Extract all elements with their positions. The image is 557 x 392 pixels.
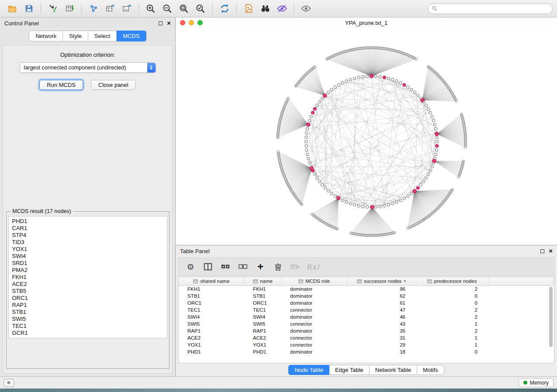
- cell-shared-name[interactable]: TEC1: [179, 306, 244, 313]
- cell-mcds-role[interactable]: dominator: [281, 285, 347, 292]
- table-row[interactable]: TEC1 TEC1 connector 47 2: [179, 306, 554, 313]
- hide-details-button[interactable]: [274, 2, 290, 15]
- cell-successor-nodes[interactable]: 61: [347, 299, 416, 306]
- mcds-result-item[interactable]: ORC1: [9, 295, 167, 302]
- cell-predecessor-nodes[interactable]: 0: [416, 348, 488, 355]
- cell-predecessor-nodes[interactable]: 2: [416, 313, 488, 320]
- import-table-button[interactable]: [62, 2, 77, 15]
- cell-successor-nodes[interactable]: 18: [347, 348, 416, 355]
- cell-successor-nodes[interactable]: 47: [347, 306, 416, 313]
- mcds-result-item[interactable]: SRD1: [9, 260, 167, 267]
- cell-predecessor-nodes[interactable]: 1: [416, 341, 488, 348]
- window-minimize-icon[interactable]: [189, 20, 194, 25]
- tab-node-table[interactable]: Node Table: [288, 365, 329, 375]
- zoom-out-button[interactable]: [159, 2, 175, 15]
- table-row[interactable]: RAP1 RAP1 dominator 35 2: [179, 327, 554, 334]
- mcds-result-item[interactable]: CAR1: [9, 225, 167, 232]
- cell-successor-nodes[interactable]: 31: [347, 334, 416, 341]
- cell-predecessor-nodes[interactable]: 2: [416, 306, 488, 313]
- close-panel-button[interactable]: Close panel: [91, 80, 136, 90]
- mcds-result-item[interactable]: TID3: [9, 239, 167, 246]
- criterion-dropdown[interactable]: largest connected component (undirected): [20, 62, 156, 73]
- cell-shared-name[interactable]: STB1: [179, 292, 244, 299]
- cell-shared-name[interactable]: FKH1: [179, 285, 244, 292]
- cell-shared-name[interactable]: SWI4: [179, 313, 244, 320]
- cell-successor-nodes[interactable]: 46: [347, 313, 416, 320]
- new-network-button[interactable]: [86, 2, 101, 15]
- close-panel-icon[interactable]: ×: [167, 21, 171, 25]
- show-columns-button[interactable]: [202, 261, 214, 272]
- open-session-button[interactable]: [4, 2, 20, 15]
- save-session-button[interactable]: [21, 2, 37, 15]
- cell-predecessor-nodes[interactable]: 2: [416, 285, 488, 292]
- share-document-button[interactable]: [241, 2, 256, 15]
- cell-name[interactable]: RAP1: [244, 327, 281, 334]
- cell-mcds-role[interactable]: dominator: [281, 292, 347, 299]
- cell-mcds-role[interactable]: dominator: [281, 327, 347, 334]
- table-row[interactable]: ACE2 ACE2 connector 31 1: [179, 334, 554, 341]
- cell-name[interactable]: YOX1: [244, 341, 281, 348]
- cell-predecessor-nodes[interactable]: 0: [416, 299, 488, 306]
- float-panel-icon[interactable]: [159, 21, 163, 25]
- table-row[interactable]: SWI4 SWI4 dominator 46 2: [179, 313, 554, 320]
- tab-network-table[interactable]: Network Table: [370, 365, 417, 375]
- cell-name[interactable]: SWI4: [244, 313, 281, 320]
- mcds-result-item[interactable]: STP4: [9, 232, 167, 239]
- zoom-in-button[interactable]: [143, 2, 159, 15]
- cell-successor-nodes[interactable]: 29: [347, 341, 416, 348]
- import-network-button[interactable]: [45, 2, 61, 15]
- deselect-all-button[interactable]: [237, 261, 249, 272]
- delete-column-button[interactable]: [272, 261, 284, 272]
- table-scrollbar[interactable]: [548, 286, 554, 361]
- table-row[interactable]: ORC1 ORC1 dominator 61 0: [179, 299, 554, 306]
- add-column-button[interactable]: +: [255, 261, 266, 272]
- mcds-result-item[interactable]: PHD1: [9, 218, 167, 225]
- cell-mcds-role[interactable]: connector: [281, 306, 347, 313]
- refresh-button[interactable]: [217, 2, 232, 15]
- column-header-mcds-role[interactable]: MCDS role: [281, 277, 347, 285]
- cell-successor-nodes[interactable]: 43: [347, 320, 416, 327]
- search-input[interactable]: [439, 6, 549, 12]
- float-table-panel-icon[interactable]: [540, 249, 544, 253]
- cell-mcds-role[interactable]: connector: [281, 341, 347, 348]
- window-maximize-icon[interactable]: [197, 20, 203, 25]
- mcds-result-item[interactable]: RAP1: [9, 302, 167, 309]
- table-row[interactable]: SWI5 SWI5 connector 43 1: [179, 320, 554, 327]
- scrollbar-thumb[interactable]: [549, 287, 553, 347]
- mcds-result-list[interactable]: PHD1 CAR1 STP4 TID3 YOX1 SWI4 SRD1: [8, 216, 167, 338]
- mcds-result-item[interactable]: ACE2: [9, 281, 167, 288]
- cell-predecessor-nodes[interactable]: 1: [416, 320, 488, 327]
- memory-button[interactable]: Memory: [519, 378, 554, 387]
- table-row[interactable]: PHD1 PHD1 dominator 18 0: [179, 348, 554, 355]
- cell-name[interactable]: SWI5: [244, 320, 281, 327]
- mcds-result-item[interactable]: STB5: [9, 288, 167, 295]
- cell-shared-name[interactable]: SWI5: [179, 320, 244, 327]
- cell-successor-nodes[interactable]: 62: [347, 292, 416, 299]
- select-all-button[interactable]: [220, 261, 231, 272]
- cell-shared-name[interactable]: YOX1: [179, 341, 244, 348]
- mcds-result-item[interactable]: FKH1: [9, 274, 167, 281]
- cell-mcds-role[interactable]: dominator: [281, 313, 347, 320]
- column-header-successor-nodes[interactable]: successor nodes▾: [347, 277, 416, 285]
- mcds-result-item[interactable]: SWI5: [9, 316, 167, 323]
- tab-edge-table[interactable]: Edge Table: [329, 365, 370, 375]
- zoom-fit-button[interactable]: [176, 2, 192, 15]
- search-field[interactable]: [428, 3, 553, 14]
- clear-table-button[interactable]: [290, 261, 301, 272]
- cell-name[interactable]: FKH1: [244, 285, 281, 292]
- tab-network[interactable]: Network: [29, 31, 63, 41]
- cell-successor-nodes[interactable]: 35: [347, 327, 416, 334]
- cell-name[interactable]: ORC1: [244, 299, 281, 306]
- table-row[interactable]: FKH1 FKH1 dominator 96 2: [179, 285, 554, 292]
- cell-predecessor-nodes[interactable]: 2: [416, 327, 488, 334]
- tab-motifs[interactable]: Motifs: [417, 365, 444, 375]
- cell-mcds-role[interactable]: connector: [281, 320, 347, 327]
- tab-select[interactable]: Select: [88, 31, 117, 41]
- function-builder-button[interactable]: f(x): [307, 261, 318, 272]
- mcds-result-item[interactable]: YOX1: [9, 246, 167, 253]
- column-header-shared-name[interactable]: shared name: [179, 277, 244, 285]
- cell-name[interactable]: PHD1: [244, 348, 281, 355]
- table-row[interactable]: STB1 STB1 dominator 62 0: [179, 292, 554, 299]
- cell-shared-name[interactable]: RAP1: [179, 327, 244, 334]
- cell-mcds-role[interactable]: connector: [281, 334, 347, 341]
